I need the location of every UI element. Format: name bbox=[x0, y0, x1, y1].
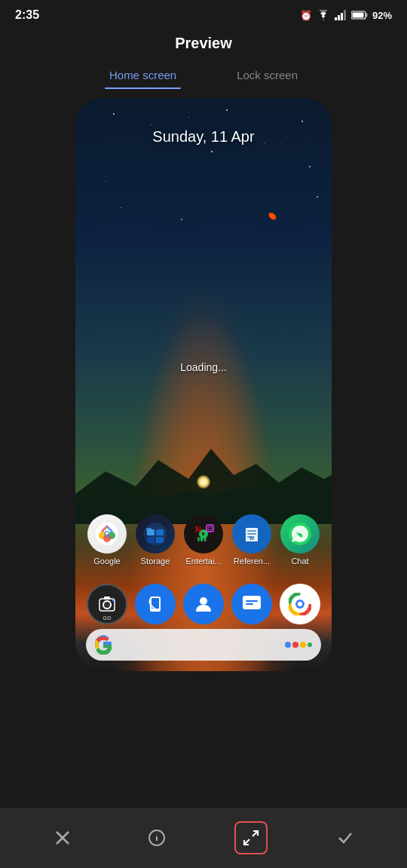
phone-preview-wrapper: Sunday, 11 Apr Loading... bbox=[0, 89, 407, 679]
app-grid: G Google bbox=[75, 514, 332, 573]
dock-chrome[interactable] bbox=[280, 584, 320, 624]
svg-rect-15 bbox=[156, 529, 164, 535]
svg-text:N: N bbox=[195, 525, 201, 534]
dock-camera[interactable]: GO bbox=[87, 584, 127, 624]
app-chat[interactable]: Chat bbox=[277, 514, 323, 566]
svg-rect-2 bbox=[341, 13, 343, 20]
phone-preview: Sunday, 11 Apr Loading... bbox=[75, 98, 332, 671]
app-entertainment[interactable]: N Entertai... bbox=[181, 514, 226, 566]
svg-rect-41 bbox=[246, 603, 253, 605]
svg-rect-5 bbox=[366, 14, 367, 17]
svg-rect-36 bbox=[104, 597, 110, 600]
expand-button[interactable] bbox=[234, 821, 268, 854]
app-google-label: Google bbox=[93, 557, 120, 566]
search-bar[interactable] bbox=[86, 629, 321, 661]
dock-phone[interactable] bbox=[135, 584, 176, 624]
svg-text:W: W bbox=[249, 535, 255, 541]
close-button[interactable] bbox=[46, 821, 79, 854]
svg-point-37 bbox=[112, 600, 115, 602]
svg-point-38 bbox=[200, 597, 207, 605]
page-title: Preview bbox=[0, 27, 407, 57]
app-chat-label: Chat bbox=[291, 557, 308, 566]
dock-contacts[interactable] bbox=[183, 584, 224, 624]
app-row-1: G Google bbox=[83, 514, 324, 566]
battery-percent: 92% bbox=[372, 10, 392, 21]
dock: GO bbox=[83, 584, 324, 624]
status-icons: ⏰ 92% bbox=[300, 10, 392, 21]
svg-rect-1 bbox=[338, 15, 340, 20]
date-display: Sunday, 11 Apr bbox=[75, 128, 332, 146]
svg-rect-14 bbox=[146, 528, 151, 530]
svg-rect-17 bbox=[156, 537, 164, 543]
svg-rect-13 bbox=[147, 529, 155, 535]
tab-lock-screen[interactable]: Lock screen bbox=[207, 63, 328, 89]
svg-rect-16 bbox=[147, 537, 155, 543]
svg-rect-21 bbox=[197, 537, 200, 541]
svg-rect-23 bbox=[204, 532, 207, 541]
svg-rect-39 bbox=[243, 596, 261, 609]
signal-icon bbox=[335, 10, 347, 20]
tab-home-screen[interactable]: Home screen bbox=[79, 63, 207, 89]
google-dots bbox=[285, 642, 312, 648]
status-bar: 2:35 ⏰ 92% bbox=[0, 0, 407, 27]
confirm-button[interactable] bbox=[329, 821, 362, 854]
svg-rect-30 bbox=[247, 533, 256, 535]
app-storage[interactable]: Storage bbox=[133, 514, 178, 566]
battery-icon bbox=[351, 11, 368, 20]
svg-rect-6 bbox=[352, 13, 363, 18]
app-storage-label: Storage bbox=[141, 557, 170, 566]
svg-point-53 bbox=[156, 834, 157, 835]
wifi-icon bbox=[317, 10, 330, 20]
svg-rect-0 bbox=[335, 17, 337, 20]
svg-text:G: G bbox=[104, 530, 110, 538]
dock-messages[interactable] bbox=[231, 584, 272, 624]
svg-rect-3 bbox=[344, 10, 346, 20]
sun-glow bbox=[197, 475, 210, 489]
bottom-navigation-bar bbox=[0, 808, 407, 868]
svg-rect-29 bbox=[247, 530, 256, 532]
loading-indicator: Loading... bbox=[180, 361, 227, 373]
app-entertainment-label: Entertai... bbox=[185, 557, 221, 566]
svg-rect-40 bbox=[246, 600, 258, 602]
google-g-logo bbox=[93, 635, 113, 655]
status-time: 2:35 bbox=[15, 8, 39, 22]
app-reference-label: Referen... bbox=[234, 557, 270, 566]
info-button[interactable] bbox=[140, 821, 173, 854]
alarm-icon: ⏰ bbox=[300, 10, 312, 21]
svg-rect-22 bbox=[200, 535, 203, 541]
svg-point-48 bbox=[298, 602, 302, 606]
tabs-container: Home screen Lock screen bbox=[0, 57, 407, 89]
app-reference[interactable]: W Referen... bbox=[229, 514, 274, 566]
app-google[interactable]: G Google bbox=[84, 514, 130, 566]
svg-point-34 bbox=[104, 602, 110, 608]
